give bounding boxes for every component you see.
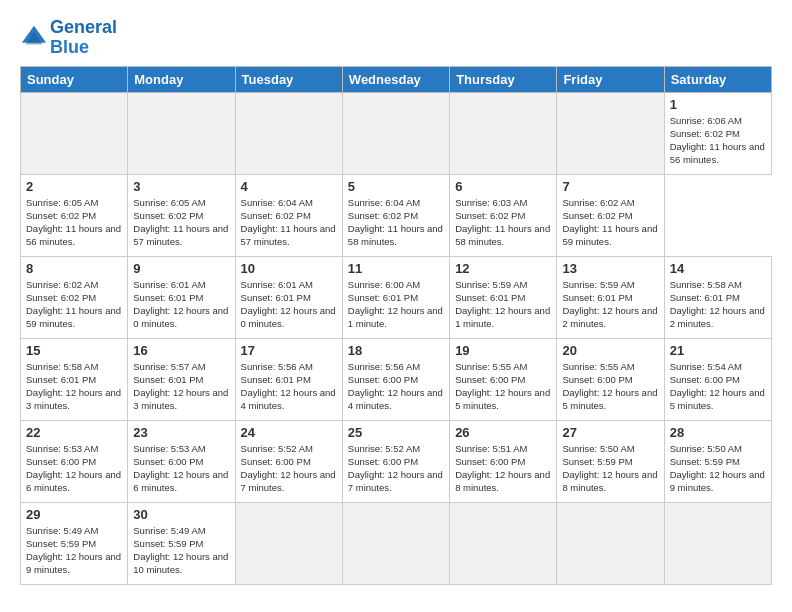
day-info: Sunrise: 6:06 AMSunset: 6:02 PMDaylight:… [670,114,766,167]
day-number: 18 [348,343,444,358]
calendar-cell: 17Sunrise: 5:56 AMSunset: 6:01 PMDayligh… [235,338,342,420]
day-number: 12 [455,261,551,276]
day-info: Sunrise: 5:52 AMSunset: 6:00 PMDaylight:… [241,442,337,495]
calendar-cell: 11Sunrise: 6:00 AMSunset: 6:01 PMDayligh… [342,256,449,338]
calendar-cell-empty [450,502,557,584]
calendar-cell-empty [450,92,557,174]
calendar-cell: 21Sunrise: 5:54 AMSunset: 6:00 PMDayligh… [664,338,771,420]
day-info: Sunrise: 5:51 AMSunset: 6:00 PMDaylight:… [455,442,551,495]
calendar-cell-empty [235,502,342,584]
day-number: 16 [133,343,229,358]
calendar-week-row: 8Sunrise: 6:02 AMSunset: 6:02 PMDaylight… [21,256,772,338]
day-info: Sunrise: 5:58 AMSunset: 6:01 PMDaylight:… [670,278,766,331]
calendar-cell: 20Sunrise: 5:55 AMSunset: 6:00 PMDayligh… [557,338,664,420]
calendar-cell-empty [21,92,128,174]
calendar-cell-empty [342,92,449,174]
calendar-cell-empty [664,502,771,584]
day-number: 11 [348,261,444,276]
day-number: 29 [26,507,122,522]
day-info: Sunrise: 6:04 AMSunset: 6:02 PMDaylight:… [241,196,337,249]
day-info: Sunrise: 5:59 AMSunset: 6:01 PMDaylight:… [455,278,551,331]
header: General Blue [20,18,772,58]
day-info: Sunrise: 5:53 AMSunset: 6:00 PMDaylight:… [133,442,229,495]
day-info: Sunrise: 6:01 AMSunset: 6:01 PMDaylight:… [241,278,337,331]
calendar-week-row: 15Sunrise: 5:58 AMSunset: 6:01 PMDayligh… [21,338,772,420]
calendar-day-header: Friday [557,66,664,92]
day-number: 25 [348,425,444,440]
logo-text: General Blue [50,18,117,58]
calendar-cell: 8Sunrise: 6:02 AMSunset: 6:02 PMDaylight… [21,256,128,338]
calendar-cell-empty [128,92,235,174]
day-number: 19 [455,343,551,358]
calendar-week-row: 1Sunrise: 6:06 AMSunset: 6:02 PMDaylight… [21,92,772,174]
day-info: Sunrise: 5:56 AMSunset: 6:01 PMDaylight:… [241,360,337,413]
calendar-cell: 30Sunrise: 5:49 AMSunset: 5:59 PMDayligh… [128,502,235,584]
day-number: 30 [133,507,229,522]
calendar-cell: 28Sunrise: 5:50 AMSunset: 5:59 PMDayligh… [664,420,771,502]
day-number: 28 [670,425,766,440]
day-info: Sunrise: 5:55 AMSunset: 6:00 PMDaylight:… [562,360,658,413]
calendar-cell: 22Sunrise: 5:53 AMSunset: 6:00 PMDayligh… [21,420,128,502]
logo: General Blue [20,18,117,58]
calendar-cell-empty [557,502,664,584]
calendar-cell: 7Sunrise: 6:02 AMSunset: 6:02 PMDaylight… [557,174,664,256]
day-info: Sunrise: 6:02 AMSunset: 6:02 PMDaylight:… [26,278,122,331]
day-info: Sunrise: 5:56 AMSunset: 6:00 PMDaylight:… [348,360,444,413]
day-number: 23 [133,425,229,440]
day-info: Sunrise: 5:57 AMSunset: 6:01 PMDaylight:… [133,360,229,413]
calendar-cell: 27Sunrise: 5:50 AMSunset: 5:59 PMDayligh… [557,420,664,502]
day-info: Sunrise: 6:03 AMSunset: 6:02 PMDaylight:… [455,196,551,249]
day-number: 8 [26,261,122,276]
day-number: 2 [26,179,122,194]
day-number: 14 [670,261,766,276]
day-info: Sunrise: 5:52 AMSunset: 6:00 PMDaylight:… [348,442,444,495]
calendar-cell: 24Sunrise: 5:52 AMSunset: 6:00 PMDayligh… [235,420,342,502]
day-number: 4 [241,179,337,194]
day-number: 24 [241,425,337,440]
day-info: Sunrise: 6:05 AMSunset: 6:02 PMDaylight:… [26,196,122,249]
calendar-cell: 14Sunrise: 5:58 AMSunset: 6:01 PMDayligh… [664,256,771,338]
day-info: Sunrise: 5:53 AMSunset: 6:00 PMDaylight:… [26,442,122,495]
day-number: 22 [26,425,122,440]
calendar-cell-empty [235,92,342,174]
day-info: Sunrise: 6:01 AMSunset: 6:01 PMDaylight:… [133,278,229,331]
day-number: 5 [348,179,444,194]
day-info: Sunrise: 5:54 AMSunset: 6:00 PMDaylight:… [670,360,766,413]
day-number: 20 [562,343,658,358]
day-info: Sunrise: 6:02 AMSunset: 6:02 PMDaylight:… [562,196,658,249]
calendar-day-header: Monday [128,66,235,92]
day-info: Sunrise: 6:04 AMSunset: 6:02 PMDaylight:… [348,196,444,249]
logo-icon [20,24,48,52]
day-info: Sunrise: 5:49 AMSunset: 5:59 PMDaylight:… [26,524,122,577]
calendar-cell: 3Sunrise: 6:05 AMSunset: 6:02 PMDaylight… [128,174,235,256]
day-info: Sunrise: 6:05 AMSunset: 6:02 PMDaylight:… [133,196,229,249]
calendar-cell: 6Sunrise: 6:03 AMSunset: 6:02 PMDaylight… [450,174,557,256]
calendar-cell: 29Sunrise: 5:49 AMSunset: 5:59 PMDayligh… [21,502,128,584]
calendar-header-row: SundayMondayTuesdayWednesdayThursdayFrid… [21,66,772,92]
calendar-cell: 12Sunrise: 5:59 AMSunset: 6:01 PMDayligh… [450,256,557,338]
calendar-day-header: Saturday [664,66,771,92]
day-info: Sunrise: 5:55 AMSunset: 6:00 PMDaylight:… [455,360,551,413]
calendar-cell: 26Sunrise: 5:51 AMSunset: 6:00 PMDayligh… [450,420,557,502]
calendar-day-header: Thursday [450,66,557,92]
day-info: Sunrise: 5:50 AMSunset: 5:59 PMDaylight:… [562,442,658,495]
calendar-week-row: 29Sunrise: 5:49 AMSunset: 5:59 PMDayligh… [21,502,772,584]
calendar-day-header: Wednesday [342,66,449,92]
calendar-cell: 1Sunrise: 6:06 AMSunset: 6:02 PMDaylight… [664,92,771,174]
day-number: 7 [562,179,658,194]
day-number: 15 [26,343,122,358]
calendar-cell: 10Sunrise: 6:01 AMSunset: 6:01 PMDayligh… [235,256,342,338]
day-number: 10 [241,261,337,276]
day-number: 13 [562,261,658,276]
calendar-cell-empty [342,502,449,584]
calendar-cell: 15Sunrise: 5:58 AMSunset: 6:01 PMDayligh… [21,338,128,420]
day-info: Sunrise: 5:49 AMSunset: 5:59 PMDaylight:… [133,524,229,577]
calendar-cell: 25Sunrise: 5:52 AMSunset: 6:00 PMDayligh… [342,420,449,502]
day-number: 9 [133,261,229,276]
calendar-cell: 18Sunrise: 5:56 AMSunset: 6:00 PMDayligh… [342,338,449,420]
calendar-cell: 23Sunrise: 5:53 AMSunset: 6:00 PMDayligh… [128,420,235,502]
day-number: 26 [455,425,551,440]
page: General Blue SundayMondayTuesdayWednesda… [0,0,792,612]
calendar-day-header: Tuesday [235,66,342,92]
day-info: Sunrise: 5:59 AMSunset: 6:01 PMDaylight:… [562,278,658,331]
